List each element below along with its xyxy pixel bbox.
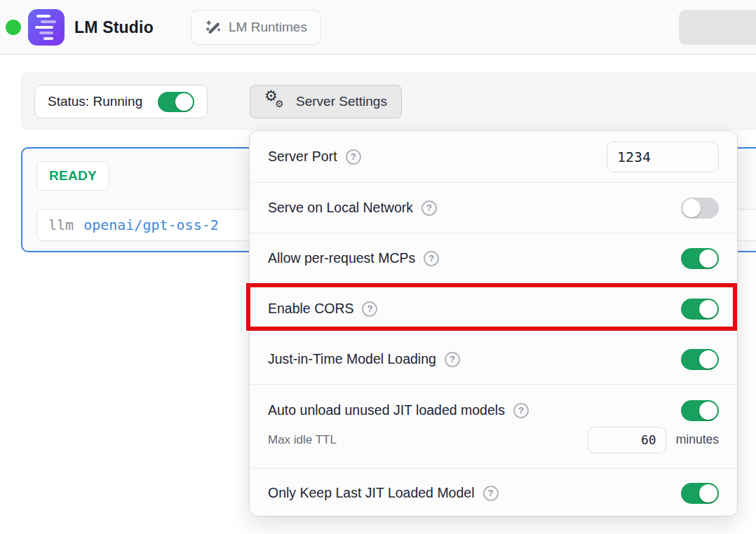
magic-wand-icon [205,20,221,36]
lm-runtimes-button[interactable]: LM Runtimes [191,10,321,45]
setting-label: Server Port [268,149,337,165]
max-idle-ttl-input[interactable] [588,427,666,453]
window-action-button[interactable] [679,10,756,45]
help-icon[interactable]: ? [483,486,499,501]
server-status-pill: Status: Running [34,85,208,118]
ttl-unit-label: minutes [676,432,719,447]
lm-studio-logo-icon [28,9,65,46]
auto-unload-toggle[interactable] [681,400,719,421]
setting-row-jit-loading: Just-in-Time Model Loading ? [250,334,737,385]
help-icon[interactable]: ? [424,251,439,266]
gears-icon: ⚙⚙ [264,91,287,112]
command-prefix: llm [48,217,74,233]
help-icon[interactable]: ? [445,352,460,367]
setting-label: Just-in-Time Model Loading [268,351,436,367]
setting-row-server-port: Server Port ? [250,131,737,183]
server-status-toggle[interactable] [158,92,194,112]
model-identifier: openai/gpt-oss-2 [83,217,219,233]
server-settings-panel: Server Port ? Serve on Local Network ? A… [249,130,738,516]
setting-label: Auto unload unused JIT loaded models [268,402,505,418]
title-bar: LM Studio LM Runtimes [0,0,756,55]
setting-row-per-request-mcps: Allow per-request MCPs ? [250,233,737,284]
setting-row-auto-unload: Auto unload unused JIT loaded models ? M… [250,385,737,469]
local-network-toggle[interactable] [681,198,719,219]
setting-row-enable-cors: Enable CORS ? [250,284,737,334]
enable-cors-toggle[interactable] [681,299,719,320]
server-status-label: Status: Running [48,94,142,109]
server-settings-button[interactable]: ⚙⚙ Server Settings [250,85,402,118]
server-settings-button-label: Server Settings [296,94,387,109]
app-title: LM Studio [74,0,154,55]
help-icon[interactable]: ? [513,403,529,418]
help-icon[interactable]: ? [362,301,377,317]
help-icon[interactable]: ? [346,149,361,165]
window-traffic-light-green[interactable] [6,20,21,35]
lm-runtimes-button-label: LM Runtimes [229,20,307,35]
help-icon[interactable]: ? [421,200,437,216]
server-port-input[interactable] [607,142,719,172]
setting-label: Only Keep Last JIT Loaded Model [268,485,475,501]
setting-row-local-network: Serve on Local Network ? [250,183,737,233]
setting-row-keep-last-jit: Only Keep Last JIT Loaded Model ? [250,469,737,516]
server-status-bar: Status: Running ⚙⚙ Server Settings [21,72,756,130]
max-idle-ttl-label: Max idle TTL [268,433,337,447]
per-request-mcps-toggle[interactable] [681,248,719,269]
keep-last-jit-toggle[interactable] [681,483,719,504]
setting-label: Serve on Local Network [268,200,413,216]
setting-label: Allow per-request MCPs [268,250,415,266]
jit-loading-toggle[interactable] [681,349,719,370]
ready-status-badge: READY [36,161,109,191]
setting-label: Enable CORS [268,301,353,317]
